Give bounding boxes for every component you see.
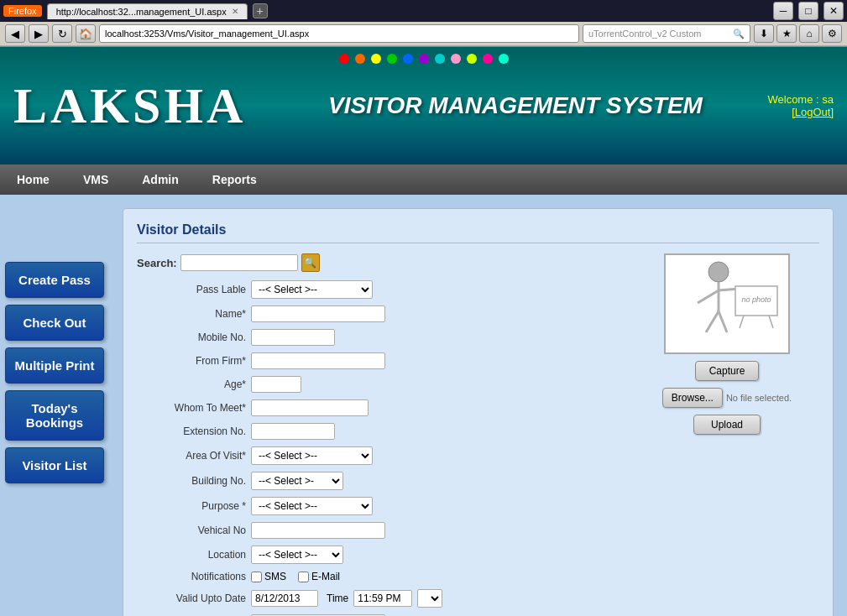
form-area: Visitor Details Search: 🔍 Pass Lable — [109, 195, 847, 616]
browse-button[interactable]: Browse... — [662, 388, 723, 408]
no-photo-svg: no photo — [672, 257, 782, 349]
back-button[interactable]: ◀ — [5, 24, 25, 43]
whom-to-meet-label: Whom To Meet* — [137, 402, 246, 414]
capture-button[interactable]: Capture — [695, 361, 760, 381]
svg-line-5 — [719, 311, 727, 332]
forward-button[interactable]: ▶ — [29, 24, 49, 43]
maximize-button[interactable]: □ — [798, 2, 818, 20]
download-icon[interactable]: ⬇ — [754, 24, 774, 43]
file-name-text: No file selected. — [726, 393, 792, 403]
sms-label: SMS — [264, 571, 286, 582]
browser-tab[interactable]: http://localhost:32...management_UI.aspx… — [47, 3, 248, 19]
location-select[interactable]: --< Select >-- — [251, 546, 343, 564]
nav-admin[interactable]: Admin — [125, 164, 196, 195]
search-magnifier-icon: 🔍 — [733, 29, 745, 39]
location-row: Location --< Select >-- — [137, 546, 621, 564]
extension-no-row: Extension No. — [137, 423, 621, 440]
browser-navbar: ◀ ▶ ↻ 🏠 localhost:3253/Vms/Visitor_manag… — [0, 22, 847, 46]
mobile-input[interactable] — [251, 329, 335, 346]
welcome-area: Welcome : sa [LogOut] — [767, 93, 834, 118]
svg-text:no photo: no photo — [741, 295, 771, 304]
purpose-select[interactable]: --< Select >-- — [251, 497, 373, 515]
valid-upto-date-input[interactable] — [251, 590, 318, 607]
time-label: Time — [327, 593, 348, 604]
visitor-form: Visitor Details Search: 🔍 Pass Lable — [123, 208, 834, 616]
no-photo-figure: no photo — [672, 257, 782, 352]
create-pass-button[interactable]: Create Pass — [5, 262, 104, 298]
home-icon[interactable]: ⌂ — [799, 24, 819, 43]
search-input[interactable] — [180, 254, 298, 271]
browse-area: Browse... No file selected. — [662, 388, 792, 408]
photo-placeholder: no photo — [664, 253, 790, 354]
from-firm-input[interactable] — [251, 352, 385, 369]
browser-action-icons: ⬇ ★ ⌂ ⚙ — [754, 24, 842, 43]
name-input[interactable] — [251, 305, 385, 322]
nav-home[interactable]: Home — [0, 164, 66, 195]
form-right: no photo Capture Browse... No file selec… — [635, 253, 819, 616]
url-bar[interactable]: localhost:3253/Vms/Visitor_management_UI… — [99, 24, 579, 43]
pass-label-label: Pass Lable — [137, 284, 246, 295]
tab-close-icon[interactable]: ✕ — [232, 7, 238, 16]
search-row: Search: 🔍 — [137, 253, 621, 272]
building-no-select[interactable]: --< Select >- — [251, 472, 343, 490]
age-label: Age* — [137, 378, 246, 390]
pass-label-select[interactable]: --< Select >-- — [251, 280, 373, 299]
app-subtitle: VISITOR MANAGEMENT SYSTEM — [263, 92, 767, 119]
form-title: Visitor Details — [137, 222, 819, 243]
vehical-no-label: Vehical No — [137, 525, 246, 536]
check-out-button[interactable]: Check Out — [5, 305, 104, 341]
main-content: Create Pass Check Out Multiple Print Tod… — [0, 195, 847, 616]
close-button[interactable]: ✕ — [823, 2, 844, 20]
upload-button[interactable]: Upload — [693, 415, 761, 435]
area-of-visit-select[interactable]: --< Select >-- — [251, 446, 373, 465]
building-no-label: Building No. — [137, 475, 246, 487]
vehical-no-row: Vehical No — [137, 522, 621, 539]
tab-title: http://localhost:32...management_UI.aspx — [56, 7, 227, 17]
new-tab-button[interactable]: + — [253, 3, 268, 18]
browser-search-bar[interactable]: uTorrentControl_v2 Custom 🔍 — [583, 24, 750, 43]
email-label: E-Mail — [311, 571, 340, 582]
ampm-select[interactable]: PM AM — [417, 589, 442, 608]
email-checkbox-label: E-Mail — [298, 571, 340, 582]
visitor-list-button[interactable]: Visitor List — [5, 447, 104, 483]
notifications-row: Notifications SMS E-Mail — [137, 571, 621, 582]
name-row: Name* — [137, 305, 621, 322]
age-row: Age* — [137, 376, 621, 393]
whom-to-meet-row: Whom To Meet* — [137, 399, 621, 416]
vehical-no-input[interactable] — [251, 522, 385, 539]
purpose-row: Purpose * --< Select >-- — [137, 497, 621, 515]
nav-vms[interactable]: VMS — [66, 164, 125, 195]
svg-line-9 — [769, 316, 773, 328]
whom-to-meet-input[interactable] — [251, 399, 369, 416]
refresh-button[interactable]: ↻ — [52, 24, 72, 43]
extension-no-input[interactable] — [251, 423, 335, 440]
bookmark-icon[interactable]: ★ — [776, 24, 797, 43]
sms-checkbox[interactable] — [251, 572, 262, 582]
area-of-visit-label: Area Of Visit* — [137, 450, 246, 462]
browser-chrome: Firefox http://localhost:32...management… — [0, 0, 847, 47]
name-label: Name* — [137, 308, 246, 320]
svg-point-0 — [708, 262, 729, 282]
search-icon: 🔍 — [304, 257, 316, 269]
left-sidebar: Create Pass Check Out Multiple Print Tod… — [0, 195, 109, 616]
time-input[interactable] — [353, 590, 412, 607]
sms-checkbox-label: SMS — [251, 571, 286, 582]
email-checkbox[interactable] — [298, 572, 309, 582]
minimize-button[interactable]: ─ — [773, 2, 793, 20]
app-header: LAKSHA VISITOR MANAGEMENT SYSTEM Welcome… — [0, 47, 847, 164]
age-input[interactable] — [251, 376, 301, 393]
multiple-print-button[interactable]: Multiple Print — [5, 347, 104, 384]
firefox-logo[interactable]: Firefox — [3, 5, 42, 17]
nav-reports[interactable]: Reports — [196, 164, 274, 195]
welcome-text: Welcome : sa — [767, 93, 834, 106]
area-of-visit-row: Area Of Visit* --< Select >-- — [137, 446, 621, 465]
pass-label-row: Pass Lable --< Select >-- — [137, 280, 621, 299]
todays-bookings-button[interactable]: Today's Bookings — [5, 390, 104, 441]
tools-icon[interactable]: ⚙ — [822, 24, 842, 43]
logout-link[interactable]: [LogOut] — [767, 106, 834, 118]
search-button[interactable]: 🔍 — [301, 253, 320, 272]
purpose-label: Purpose * — [137, 500, 246, 512]
home-button[interactable]: 🏠 — [76, 24, 96, 43]
form-left: Search: 🔍 Pass Lable --< Select >-- — [137, 253, 621, 616]
browser-titlebar: Firefox http://localhost:32...management… — [0, 0, 847, 22]
